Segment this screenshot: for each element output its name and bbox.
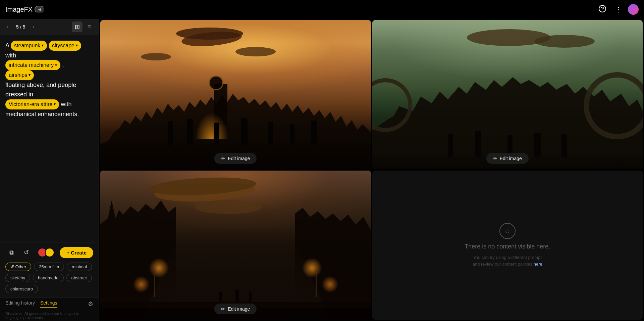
style-chip-other[interactable]: ↺ Other — [5, 263, 31, 271]
content-policies-link[interactable]: here — [534, 262, 542, 267]
image-cell-4: ○ There is no content visible here. You … — [372, 171, 643, 320]
prompt-suffix1: floating above, and people dressed in — [5, 82, 76, 98]
app-name: ImageFX — [5, 6, 33, 13]
more-options-button[interactable]: ⋮ — [612, 3, 625, 16]
main-layout: ← 5 / 5 → ⊞ ≡ A steampunk — [0, 19, 644, 321]
style-chip-minimal[interactable]: minimal — [67, 263, 92, 271]
list-icon: ≡ — [88, 24, 91, 31]
no-content-icon: ○ — [499, 223, 516, 239]
grid-view-button[interactable]: ⊞ — [72, 21, 83, 32]
pagination-nav: ← 5 / 5 → — [4, 22, 37, 32]
style-chip-sketchy[interactable]: sketchy — [5, 274, 30, 282]
refresh-button[interactable]: ↺ — [20, 246, 32, 259]
refresh-icon: ↺ — [24, 249, 29, 256]
history-tabs: Editing history Settings — [5, 300, 57, 308]
list-view-button[interactable]: ≡ — [84, 21, 95, 32]
image-cell-1[interactable]: ✏ Edit image — [100, 20, 371, 169]
edit-image-2-button[interactable]: ✏ Edit image — [486, 153, 529, 164]
prev-page-button[interactable]: ← — [4, 22, 13, 32]
help-button[interactable] — [596, 3, 609, 16]
chip-steampunk[interactable]: steampunk ▾ — [11, 41, 47, 51]
chip-arrow-icon: ▾ — [54, 101, 56, 107]
copy-icon: ⧉ — [9, 249, 14, 256]
next-page-button[interactable]: → — [28, 22, 37, 32]
refresh-small-icon: ↺ — [10, 264, 15, 269]
image-cell-3[interactable]: ✏ Edit image — [100, 171, 371, 320]
user-avatar[interactable] — [628, 4, 639, 15]
help-icon — [598, 5, 606, 14]
no-content-subtitle: You can try using a different prompt and… — [473, 254, 542, 267]
chip-arrow-icon: ▾ — [42, 42, 44, 49]
copy-button[interactable]: ⧉ — [5, 246, 17, 259]
chevron-left-icon: ← — [6, 24, 11, 30]
pagination-bar: ← 5 / 5 → ⊞ ≡ — [0, 19, 99, 35]
view-toggle: ⊞ ≡ — [72, 21, 95, 32]
style-chip-abstract[interactable]: abstract — [66, 274, 92, 282]
chip-intricate-machinery[interactable]: intricate machinery ▾ — [5, 60, 60, 70]
edit-icon-2: ✏ — [493, 156, 497, 161]
topbar-right: ⋮ — [596, 3, 639, 16]
chip-arrow-icon: ▾ — [55, 62, 57, 68]
topbar: ImageFX ◀ ⋮ — [0, 0, 644, 19]
grid-icon: ⊞ — [75, 23, 80, 31]
chip-arrow-icon: ▾ — [76, 42, 78, 49]
style-chip-35mm[interactable]: 35mm film — [34, 263, 64, 271]
image-cell-2[interactable]: ✏ Edit image — [372, 20, 643, 169]
tab-settings[interactable]: Settings — [40, 300, 57, 308]
style-chips: ↺ Other 35mm film minimal sketchy handma… — [5, 263, 93, 293]
prompt-prefix: A — [5, 42, 9, 49]
left-panel: ← 5 / 5 → ⊞ ≡ A steampunk — [0, 19, 99, 321]
style-chip-chiaroscuro[interactable]: chiaroscuro — [5, 285, 38, 293]
chevron-right-icon: → — [30, 24, 35, 30]
action-icons: ⧉ ↺ — [5, 246, 32, 259]
settings-icon[interactable]: ⚙ — [88, 300, 93, 308]
edit-icon-1: ✏ — [221, 156, 225, 161]
prompt-connector1: with — [5, 52, 16, 59]
create-button[interactable]: + Create — [60, 247, 93, 258]
action-row: ⧉ ↺ + Create — [5, 246, 93, 259]
tab-editing-history[interactable]: Editing history — [5, 300, 35, 308]
bottom-controls: ⧉ ↺ + Create ↺ Other 35mm film — [0, 242, 99, 297]
chip-victorian-attire[interactable]: Victorian-era attire ▾ — [5, 99, 59, 109]
edit-image-3-button[interactable]: ✏ Edit image — [214, 304, 257, 314]
more-icon: ⋮ — [615, 5, 622, 13]
disclaimer: Disclaimer: AI-generated content is subj… — [0, 310, 99, 321]
circle-icon: ○ — [505, 226, 510, 236]
chip-airships[interactable]: airships ▾ — [5, 70, 34, 80]
edit-image-1-button[interactable]: ✏ Edit image — [214, 153, 257, 164]
history-bar: Editing history Settings ⚙ — [0, 297, 99, 310]
edit-icon-3: ✏ — [221, 306, 225, 312]
avatar-yellow — [45, 248, 54, 257]
app-badge-button[interactable]: ◀ — [35, 6, 44, 13]
chip-arrow-icon: ▾ — [29, 72, 31, 78]
topbar-left: ImageFX ◀ — [5, 6, 44, 13]
no-content-title: There is no content visible here. — [465, 243, 550, 250]
image-grid: ✏ Edit image — [99, 19, 644, 321]
style-chip-handmade[interactable]: handmade — [33, 274, 63, 282]
pagination-display: 5 / 5 — [16, 24, 25, 30]
prompt-area: A steampunk ▾ cityscape ▾ with intricate… — [0, 35, 99, 242]
chip-cityscape[interactable]: cityscape ▾ — [49, 41, 81, 51]
avatar-pair — [38, 248, 54, 257]
